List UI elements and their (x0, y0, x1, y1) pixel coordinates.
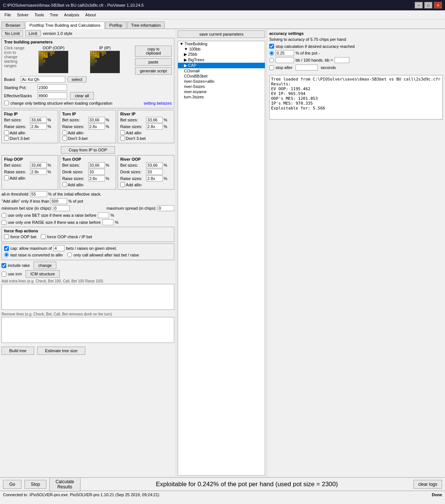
turn-ip-3bet-checkbox[interactable] (62, 136, 67, 141)
turn-oop-bet-input[interactable] (88, 162, 105, 168)
one-bet-size-checkbox[interactable] (1, 213, 6, 218)
river-oop-bet-input[interactable] (146, 162, 163, 168)
menu-tree[interactable]: Tree (47, 12, 61, 18)
flop-oop-raise-input[interactable] (30, 169, 47, 175)
bb-value-input[interactable] (334, 57, 349, 63)
oop-range-canvas[interactable] (39, 51, 68, 73)
stop-if-reached-checkbox[interactable] (269, 44, 274, 49)
max-spread-input[interactable] (158, 205, 174, 211)
maximize-button[interactable]: □ (424, 2, 432, 9)
tree-item[interactable]: ▼ 100bb (178, 46, 265, 52)
tree-item[interactable]: turn-3sizes (178, 94, 265, 99)
setting-betsizes-link[interactable]: setting betsizes (144, 101, 172, 105)
pct-pot-radio[interactable] (269, 51, 274, 56)
flop-ip-allin-row: Add allin (4, 130, 56, 135)
force-oop-bet-checkbox[interactable] (4, 234, 9, 239)
change-only-betting-checkbox[interactable] (4, 101, 9, 105)
limit-button[interactable]: Limit (25, 30, 40, 36)
use-icm-checkbox[interactable] (1, 272, 6, 276)
menu-tools[interactable]: Tools (32, 12, 47, 18)
flop-ip-3bet-checkbox[interactable] (4, 136, 9, 141)
copy-to-clipboard-button[interactable]: copy toclipboard (135, 46, 172, 57)
turn-oop-allin-checkbox[interactable] (62, 182, 67, 187)
no-limit-button[interactable]: No Limit (1, 30, 23, 36)
flop-ip-allin-checkbox[interactable] (4, 130, 9, 135)
include-rake-checkbox[interactable] (1, 263, 6, 268)
allin-threshold-input[interactable] (30, 191, 47, 197)
tab-tree-information[interactable]: Tree information (127, 22, 165, 29)
stop-after-input[interactable] (296, 65, 318, 71)
flop-ip-raise-input[interactable] (30, 124, 47, 130)
bb-per-100-input[interactable] (276, 57, 294, 63)
tree-item[interactable]: river-5sizes+allin (178, 79, 265, 84)
river-oop-allin-checkbox[interactable] (120, 182, 125, 187)
starting-pot-input[interactable] (37, 84, 67, 91)
turn-ip-bet-input[interactable] (88, 117, 105, 123)
river-oop-raise-input[interactable] (146, 176, 163, 181)
clear-all-button[interactable]: clear all (70, 92, 94, 99)
one-bet-size-input[interactable] (98, 212, 109, 218)
cap-checkbox[interactable] (4, 246, 9, 251)
tab-preflop[interactable]: Preflop (105, 22, 126, 29)
one-raise-size-input[interactable] (102, 219, 113, 225)
menu-analysis[interactable]: Analysis (61, 12, 82, 18)
turn-oop-raise-input[interactable] (88, 176, 105, 181)
menu-about[interactable]: About (82, 12, 99, 18)
tree-item[interactable]: COvsBB3bet (178, 73, 265, 79)
bb-per-100-radio[interactable] (269, 58, 274, 63)
stop-after-checkbox[interactable] (269, 65, 274, 70)
effective-stacks-input[interactable] (37, 92, 67, 99)
go-button[interactable]: Go (3, 480, 22, 489)
river-ip-bet-input[interactable] (146, 117, 163, 123)
last-raise-radio[interactable] (4, 252, 9, 257)
minimize-button[interactable]: ─ (415, 2, 423, 9)
extra-lines-remove-textarea[interactable] (1, 317, 174, 343)
tab-postflop[interactable]: Postflop Tree Building and Calculations (25, 22, 104, 29)
calculate-results-button[interactable]: CalculateResults (49, 477, 80, 491)
copy-ip-oop-button[interactable]: Copy from IP to OOP (61, 146, 115, 154)
tree-item[interactable]: ▶ CAP (178, 63, 265, 68)
tab-browser[interactable]: Browser (1, 22, 24, 29)
clear-logs-button[interactable]: clear logs (413, 480, 442, 489)
board-input[interactable] (21, 76, 65, 83)
only-call-radio[interactable] (67, 252, 72, 257)
add-allin-input[interactable] (50, 198, 67, 204)
tree-item[interactable]: ▼ TreeBuilding (178, 41, 265, 46)
cap-input[interactable] (53, 245, 65, 251)
build-tree-button[interactable]: Build tree (1, 347, 34, 355)
tree-item[interactable]: COsmall (178, 68, 265, 73)
one-raise-size-checkbox[interactable] (1, 220, 6, 225)
close-button[interactable]: ✕ (434, 2, 442, 9)
estimate-tree-size-button[interactable]: Estimate tree size (37, 347, 85, 355)
flop-oop-allin-checkbox[interactable] (4, 176, 9, 180)
flop-ip-bet-input[interactable] (30, 117, 47, 123)
save-current-params-button[interactable]: save current parameters (178, 30, 265, 38)
tree-item[interactable]: ▶ 25bb (178, 52, 265, 57)
river-ip-raise-input[interactable] (146, 124, 163, 130)
stop-button[interactable]: Stop (24, 480, 46, 489)
paste-button[interactable]: paste (135, 58, 172, 66)
pct-pot-input[interactable] (276, 50, 294, 56)
tree-item[interactable]: river-5sizes (178, 84, 265, 89)
ip-range-canvas[interactable] (90, 51, 120, 73)
force-oop-check-checkbox[interactable] (41, 234, 46, 239)
menu-solver[interactable]: Solver (14, 12, 32, 18)
extra-lines-add-textarea[interactable] (1, 284, 174, 310)
effective-stacks-row: EffectiveStacks clear all (4, 92, 172, 99)
turn-ip-allin-checkbox[interactable] (62, 130, 67, 135)
tree-item[interactable]: ▶ BigTrees (178, 57, 265, 63)
min-bet-input[interactable] (53, 205, 70, 211)
tree-item[interactable]: river-toyame (178, 89, 265, 94)
river-oop-donk-input[interactable] (146, 169, 163, 175)
flop-oop-bet-input[interactable] (30, 162, 47, 168)
river-ip-allin-checkbox[interactable] (120, 130, 125, 135)
turn-oop-donk-input[interactable] (88, 169, 105, 175)
menu-file[interactable]: File (1, 12, 14, 18)
turn-ip-raise-input[interactable] (88, 124, 105, 130)
change-rake-button[interactable]: change (33, 262, 56, 269)
river-ip-3bet-checkbox[interactable] (120, 136, 125, 141)
icm-row: use icm ICM structure (1, 270, 174, 278)
icm-structure-button[interactable]: ICM structure (26, 270, 60, 278)
select-button[interactable]: select (67, 76, 86, 82)
generate-script-button[interactable]: generate script (135, 67, 172, 75)
